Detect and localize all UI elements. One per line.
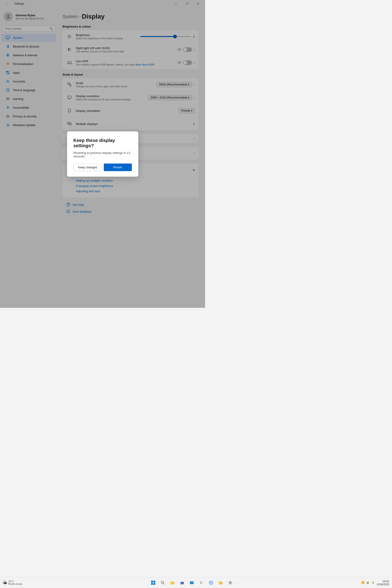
dialog-buttons: Keep changes Revert (74, 164, 132, 171)
keep-changes-button[interactable]: Keep changes (74, 164, 102, 171)
dialog-overlay: Keep these display settings? Reverting t… (0, 0, 205, 308)
dialog-title: Keep these display settings? (74, 138, 132, 148)
dialog: Keep these display settings? Reverting t… (67, 132, 138, 177)
dialog-message: Reverting to previous display settings i… (74, 151, 132, 158)
revert-button[interactable]: Revert (104, 164, 132, 171)
